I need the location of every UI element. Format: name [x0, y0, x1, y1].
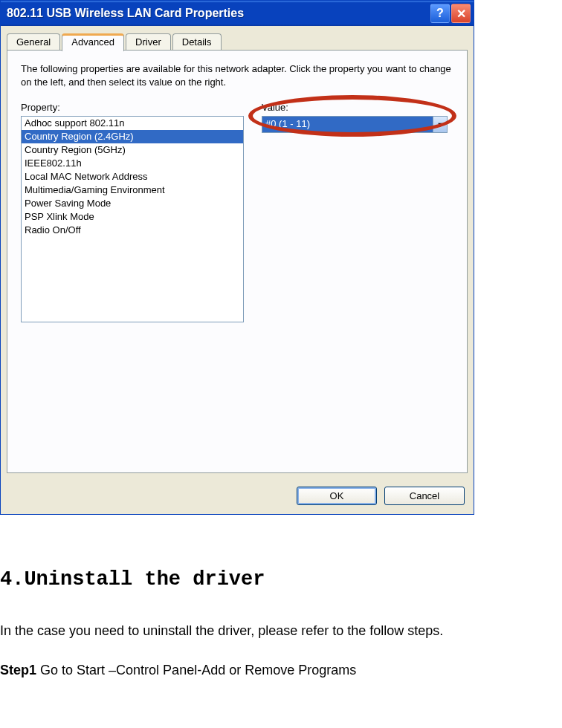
- list-item[interactable]: Country Region (5GHz): [22, 143, 243, 157]
- list-item[interactable]: IEEE802.11h: [22, 157, 243, 170]
- tab-driver[interactable]: Driver: [126, 33, 171, 51]
- tab-panel-advanced: The following properties are available f…: [7, 50, 468, 473]
- list-item[interactable]: Country Region (2.4GHz): [22, 130, 243, 143]
- cancel-button[interactable]: Cancel: [384, 487, 465, 505]
- value-column: Value: #0 (1 - 11) ▼: [262, 102, 453, 322]
- list-item[interactable]: Adhoc support 802.11n: [22, 117, 243, 130]
- section-heading: 4.Uninstall the driver: [0, 568, 562, 591]
- list-item[interactable]: Radio On/Off: [22, 224, 243, 237]
- list-item[interactable]: Multimedia/Gaming Environment: [22, 183, 243, 197]
- property-column: Property: Adhoc support 802.11n Country …: [21, 102, 244, 322]
- ok-button[interactable]: OK: [297, 487, 377, 505]
- list-item[interactable]: Local MAC Network Address: [22, 170, 243, 183]
- step-1: Step1 Go to Start –Control Panel-Add or …: [0, 663, 562, 678]
- close-icon: ✕: [456, 7, 466, 21]
- section-intro: In the case you need to uninstall the dr…: [0, 620, 562, 642]
- value-dropdown[interactable]: #0 (1 - 11) ▼: [262, 116, 448, 133]
- intro-text: The following properties are available f…: [21, 62, 453, 88]
- tab-advanced[interactable]: Advanced: [62, 33, 124, 51]
- list-item[interactable]: Power Saving Mode: [22, 197, 243, 210]
- columns: Property: Adhoc support 802.11n Country …: [21, 102, 453, 322]
- property-label: Property:: [21, 102, 244, 113]
- dialog-button-row: OK Cancel: [1, 479, 474, 514]
- titlebar[interactable]: 802.11 USB Wireless LAN Card Properties …: [1, 1, 474, 26]
- chevron-down-icon[interactable]: ▼: [433, 117, 447, 132]
- step-label: Step1: [0, 663, 36, 677]
- properties-dialog: 802.11 USB Wireless LAN Card Properties …: [0, 0, 474, 515]
- close-button[interactable]: ✕: [451, 4, 471, 23]
- value-dropdown-text: #0 (1 - 11): [262, 117, 433, 132]
- document-body: 4.Uninstall the driver In the case you n…: [0, 521, 562, 678]
- tab-details[interactable]: Details: [172, 33, 222, 51]
- property-listbox[interactable]: Adhoc support 802.11n Country Region (2.…: [21, 116, 244, 322]
- help-icon: ?: [436, 7, 444, 20]
- tab-general[interactable]: General: [7, 33, 60, 51]
- list-item[interactable]: PSP Xlink Mode: [22, 210, 243, 224]
- tab-container: General Advanced Driver Details The foll…: [1, 26, 474, 479]
- tab-strip: General Advanced Driver Details: [7, 33, 468, 51]
- help-button[interactable]: ?: [430, 4, 450, 23]
- value-label: Value:: [262, 102, 453, 113]
- window-title: 802.11 USB Wireless LAN Card Properties: [7, 7, 429, 20]
- step-text: Go to Start –Control Panel-Add or Remove…: [36, 663, 356, 677]
- value-combo-wrap: #0 (1 - 11) ▼: [262, 116, 453, 133]
